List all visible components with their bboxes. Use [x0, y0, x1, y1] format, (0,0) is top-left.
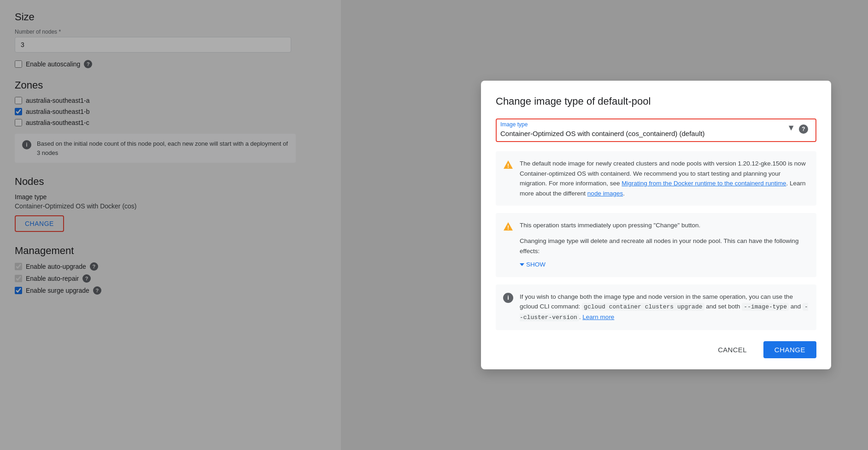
info3-code2: --image-type: [742, 303, 789, 311]
change-image-type-modal: Change image type of default-pool Image …: [481, 81, 831, 369]
svg-text:!: !: [507, 225, 509, 231]
warning2-text1: This operation starts immediately upon p…: [520, 220, 809, 231]
info-text-3: If you wish to change both the image typ…: [520, 292, 809, 323]
show-label: SHOW: [526, 260, 545, 270]
show-effects-link[interactable]: SHOW: [520, 260, 809, 270]
info3-text3: and: [789, 303, 803, 310]
image-type-field-label: Image type: [500, 121, 812, 128]
image-type-select[interactable]: Container-Optimized OS with containerd (…: [500, 130, 786, 137]
warning-box-1: ! The default node image for newly creat…: [496, 151, 816, 206]
modal-overlay: Change image type of default-pool Image …: [0, 0, 868, 450]
chevron-down-icon: [520, 263, 524, 266]
change-confirm-button[interactable]: CHANGE: [763, 341, 816, 358]
warning-text-1: The default node image for newly created…: [520, 159, 809, 198]
warning-triangle-icon-2: !: [503, 221, 513, 231]
warning2-text2: Changing image type will delete and recr…: [520, 236, 809, 256]
cancel-button[interactable]: CANCEL: [709, 341, 756, 358]
warning1-end: .: [623, 190, 625, 197]
warning1-link2[interactable]: node images: [587, 190, 623, 197]
info3-code1: gcloud container clusters upgrade: [582, 303, 704, 311]
dropdown-help-icon[interactable]: ?: [799, 124, 808, 134]
modal-actions: CANCEL CHANGE: [496, 341, 816, 358]
info-box-3: i If you wish to change both the image t…: [496, 284, 816, 330]
warning-triangle-icon-1: !: [503, 160, 513, 170]
info-icon-3: i: [503, 293, 513, 303]
image-type-dropdown-wrapper: Image type Container-Optimized OS with c…: [496, 118, 816, 142]
warning1-link1[interactable]: Migrating from the Docker runtime to the…: [622, 180, 786, 187]
modal-title: Change image type of default-pool: [496, 95, 816, 107]
warning-box-2: ! This operation starts immediately upon…: [496, 213, 816, 277]
warning-icon-2: !: [503, 221, 513, 233]
info3-learn-more-link[interactable]: Learn more: [582, 314, 614, 320]
warning-icon-1: !: [503, 160, 513, 172]
warning-text-2: This operation starts immediately upon p…: [520, 220, 809, 269]
info3-text2: and set both: [704, 303, 742, 310]
svg-text:!: !: [507, 163, 509, 169]
